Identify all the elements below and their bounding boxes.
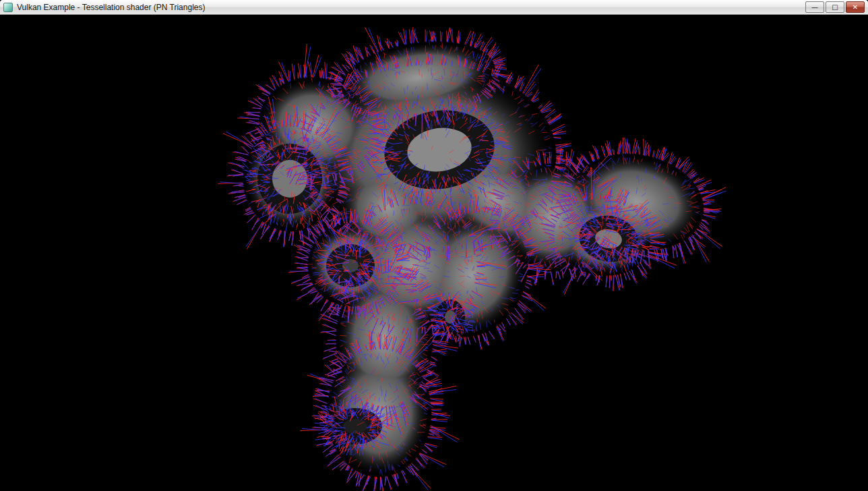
render-viewport: [0, 15, 868, 491]
maximize-button[interactable]: □: [826, 1, 844, 13]
application-window: Vulkan Example - Tessellation shader (PN…: [0, 0, 868, 491]
app-icon[interactable]: [3, 3, 13, 12]
viewport-canvas[interactable]: [0, 15, 868, 491]
close-button[interactable]: ✕: [846, 1, 865, 13]
window-title: Vulkan Example - Tessellation shader (PN…: [17, 3, 205, 12]
title-bar[interactable]: Vulkan Example - Tessellation shader (PN…: [0, 0, 868, 15]
window-controls: — □ ✕: [805, 1, 865, 13]
minimize-button[interactable]: —: [805, 1, 824, 13]
